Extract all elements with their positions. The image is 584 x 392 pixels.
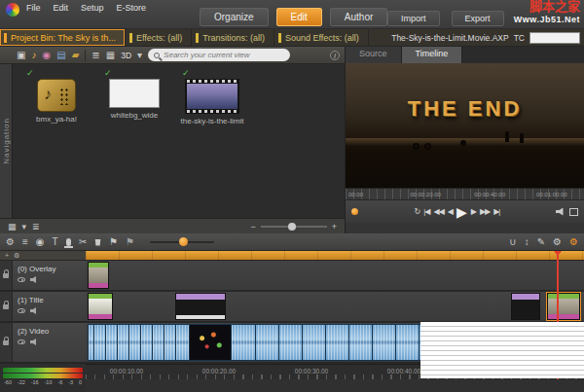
tab-accent-bar: [4, 33, 7, 43]
camera-tab-icon[interactable]: ◉: [42, 51, 51, 60]
rewind-button[interactable]: ◀◀: [433, 208, 443, 216]
zoom-in-icon[interactable]: +: [332, 222, 337, 232]
marker-flag-icon-2[interactable]: ⚑: [126, 237, 134, 247]
speaker-icon[interactable]: [30, 307, 38, 314]
edit-mode-button[interactable]: Edit: [276, 8, 322, 26]
fast-forward-button[interactable]: ▶▶: [480, 208, 490, 216]
grid-view-icon[interactable]: ▦: [8, 222, 17, 232]
view-options-dropdown-icon[interactable]: ▾: [22, 222, 27, 232]
video-tab-icon[interactable]: ▤: [56, 51, 65, 60]
track-lock-cell[interactable]: [0, 261, 13, 290]
silhouette-figure: [505, 131, 509, 142]
tab-transitions[interactable]: Transitions: (all): [192, 29, 274, 46]
magnet-snap-icon[interactable]: ∪: [509, 237, 516, 247]
marker-flag-icon[interactable]: ⚑: [109, 237, 118, 247]
player-scrubber[interactable]: 00:00 00:00:20.00 00:00:40.00 00:01:00.0…: [346, 188, 584, 199]
eye-icon[interactable]: [18, 339, 25, 344]
razor-scissors-icon[interactable]: ✂: [79, 237, 87, 247]
play-button[interactable]: ▶: [456, 205, 467, 219]
voiceover-mic-icon[interactable]: [66, 238, 71, 246]
track-height-icon[interactable]: ↕: [525, 237, 529, 247]
tab-timeline[interactable]: Timeline: [402, 47, 463, 63]
menu-estore[interactable]: E-Store: [117, 3, 147, 13]
go-to-start-button[interactable]: |◀: [423, 208, 429, 216]
clip-thumbnail: [176, 300, 225, 315]
track-header-video[interactable]: (2) Video: [0, 323, 86, 362]
bin-item-image[interactable]: ✓ whitebg_wide: [98, 72, 170, 120]
title-clip-4[interactable]: [547, 293, 580, 320]
timeline-settings-gear-icon[interactable]: ⚙: [6, 237, 15, 247]
zoom-out-icon[interactable]: −: [250, 222, 255, 232]
tab-sound-effects[interactable]: Sound Effects: (all): [274, 29, 369, 46]
speaker-icon[interactable]: [30, 276, 38, 283]
track-header-overlay[interactable]: (0) Overlay: [0, 261, 86, 290]
overlay-clip[interactable]: [88, 262, 109, 289]
menu-setup[interactable]: Setup: [81, 3, 104, 13]
step-forward-button[interactable]: ▶: [471, 208, 476, 216]
tab-effects[interactable]: Effects: (all): [126, 29, 192, 46]
thumbnail-view-icon[interactable]: ▦: [106, 51, 115, 60]
track-lock-cell[interactable]: [0, 323, 13, 362]
edit-pencil-icon[interactable]: ✎: [537, 237, 545, 247]
clip-boundary: [128, 324, 129, 361]
organize-mode-button[interactable]: Organize: [200, 8, 269, 26]
orange-slider-handle[interactable]: [351, 208, 358, 215]
list-view-icon[interactable]: ≣: [91, 51, 99, 60]
fullscreen-button[interactable]: [569, 208, 578, 216]
overlay-track-lane[interactable]: [86, 261, 584, 292]
import-button[interactable]: Import: [387, 11, 440, 26]
volume-icon[interactable]: [556, 208, 566, 216]
navigation-strip[interactable]: Navigation: [0, 64, 13, 218]
title-clip-2[interactable]: [175, 293, 226, 320]
view-3d-button[interactable]: 3D: [121, 51, 131, 60]
fireworks-video-clip[interactable]: [189, 324, 232, 361]
audio-mixer-icon[interactable]: ≡: [22, 237, 28, 247]
author-mode-button[interactable]: Author: [330, 8, 387, 26]
video-thumbnail[interactable]: [185, 79, 239, 114]
search-input[interactable]: [164, 51, 284, 59]
image-thumbnail[interactable]: [109, 79, 160, 108]
zoom-slider[interactable]: [261, 226, 327, 228]
view-dropdown-icon[interactable]: ▾: [137, 51, 142, 60]
timecode-field[interactable]: [529, 32, 580, 44]
detail-view-icon[interactable]: ≣: [32, 222, 40, 232]
navigator-strip[interactable]: [86, 251, 584, 261]
audio-thumbnail[interactable]: ♪: [37, 79, 76, 112]
timeline-zoom-slider[interactable]: [150, 241, 214, 243]
info-icon[interactable]: i: [330, 51, 340, 60]
folder-tab-icon[interactable]: ▰: [72, 51, 80, 60]
eye-icon[interactable]: [18, 308, 25, 313]
gear-icon[interactable]: ⚙: [553, 237, 562, 247]
timeline-zoom-handle[interactable]: [179, 237, 188, 246]
step-back-button[interactable]: ◀: [448, 208, 453, 216]
tc-label: TC: [514, 33, 525, 43]
tab-source[interactable]: Source: [346, 47, 402, 63]
track-add-icon[interactable]: +: [5, 252, 9, 259]
speaker-icon[interactable]: [30, 339, 38, 345]
eye-icon[interactable]: [18, 277, 25, 282]
bin-item-audio[interactable]: ✓ ♪ bmx_ya-ha!: [20, 72, 92, 124]
search-box[interactable]: [148, 49, 290, 61]
title-track-lane[interactable]: [86, 292, 584, 323]
snapshot-camera-icon[interactable]: ◉: [36, 237, 45, 247]
zoom-slider-handle[interactable]: [288, 223, 296, 231]
bin-item-video[interactable]: ✓ the-sky-is-the-limit: [176, 72, 248, 125]
menu-file[interactable]: File: [26, 3, 41, 13]
go-to-end-button[interactable]: ▶|: [493, 208, 499, 216]
preview-monitor[interactable]: THE END: [346, 63, 584, 188]
title-clip-3[interactable]: [511, 293, 540, 320]
photos-tab-icon[interactable]: ▣: [17, 51, 25, 60]
track-header-title[interactable]: (1) Title: [0, 292, 86, 321]
tab-project-bin[interactable]: Project Bin: The Sky is th...: [0, 29, 126, 46]
toolbox-wrench-icon[interactable]: ⚙: [569, 237, 578, 247]
title-clip-1[interactable]: [88, 293, 113, 320]
track-options-gear-icon[interactable]: ⚙: [14, 252, 19, 260]
app-logo-icon[interactable]: [6, 3, 19, 17]
music-tab-icon[interactable]: ♪: [31, 51, 36, 60]
menu-edit[interactable]: Edit: [54, 3, 69, 13]
loop-button[interactable]: ↻: [415, 208, 420, 216]
export-button[interactable]: Export: [452, 11, 504, 26]
title-text-icon[interactable]: T: [53, 237, 58, 247]
trash-icon[interactable]: [94, 238, 101, 246]
track-lock-cell[interactable]: [0, 292, 13, 321]
